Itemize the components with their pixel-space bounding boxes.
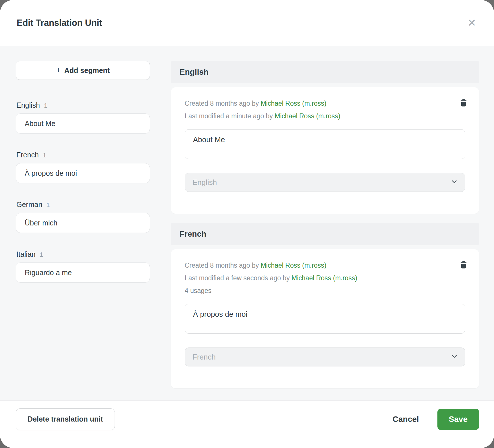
dialog-body: + Add segment English 1 About Me French … — [0, 46, 494, 400]
chevron-down-icon — [451, 178, 458, 187]
segment-language-label: Italian 1 — [16, 250, 150, 258]
segment-value-italian[interactable]: Riguardo a me — [16, 262, 150, 283]
segment-count: 1 — [43, 152, 46, 159]
language-select[interactable]: English — [185, 173, 465, 192]
segment-group-german: German 1 Über mich — [16, 200, 150, 233]
segment-card-english: Created 8 months ago by Michael Ross (m.… — [171, 87, 479, 214]
language-select[interactable]: French — [185, 347, 465, 366]
close-icon: ✕ — [468, 17, 476, 29]
segment-count: 1 — [44, 102, 47, 109]
language-name: German — [16, 200, 42, 209]
segment-value-english[interactable]: About Me — [16, 113, 150, 134]
modified-text: Last modified a few seconds ago by — [185, 274, 292, 282]
modified-user-link[interactable]: Michael Ross (m.ross) — [292, 274, 357, 282]
segment-language-label: French 1 — [16, 151, 150, 159]
cancel-button[interactable]: Cancel — [391, 414, 421, 424]
segment-text-input[interactable]: À propos de moi — [185, 304, 465, 334]
add-segment-label: Add segment — [64, 66, 110, 75]
segment-language-label: German 1 — [16, 200, 150, 209]
modified-user-link[interactable]: Michael Ross (m.ross) — [275, 112, 340, 120]
section-heading: French — [171, 223, 479, 245]
segment-count: 1 — [46, 201, 50, 209]
section-heading: English — [171, 61, 479, 83]
language-name: English — [16, 101, 40, 109]
usages-count: 4 usages — [185, 284, 465, 297]
delete-translation-unit-button[interactable]: Delete translation unit — [16, 408, 115, 430]
segment-count: 1 — [40, 251, 43, 258]
trash-icon — [459, 266, 468, 270]
segment-group-italian: Italian 1 Riguardo a me — [16, 250, 150, 283]
segment-section-english: English Created 8 months ago by Michael … — [171, 61, 479, 214]
trash-icon — [459, 104, 468, 108]
close-button[interactable]: ✕ — [466, 17, 477, 29]
modified-line: Last modified a minute ago by Michael Ro… — [185, 110, 465, 122]
delete-segment-button[interactable] — [458, 260, 469, 271]
created-text: Created 8 months ago by — [185, 262, 261, 269]
segment-value-german[interactable]: Über mich — [16, 213, 150, 233]
created-user-link[interactable]: Michael Ross (m.ross) — [261, 262, 327, 269]
created-line: Created 8 months ago by Michael Ross (m.… — [185, 259, 465, 272]
segment-group-english: English 1 About Me — [16, 101, 150, 134]
created-line: Created 8 months ago by Michael Ross (m.… — [185, 97, 465, 110]
modified-text: Last modified a minute ago by — [185, 112, 275, 120]
edit-translation-unit-dialog: Edit Translation Unit ✕ + Add segment En… — [0, 0, 494, 448]
page-title: Edit Translation Unit — [17, 18, 102, 28]
language-select-value: French — [192, 353, 216, 362]
created-text: Created 8 months ago by — [185, 100, 261, 107]
chevron-down-icon — [451, 353, 458, 362]
dialog-footer: Delete translation unit Cancel Save — [0, 400, 494, 448]
add-segment-button[interactable]: + Add segment — [16, 61, 150, 80]
language-name: French — [16, 151, 39, 159]
segment-group-french: French 1 À propos de moi — [16, 151, 150, 183]
segment-section-french: French Created 8 months ago by Michael R… — [171, 223, 479, 388]
delete-segment-button[interactable] — [458, 98, 469, 109]
created-user-link[interactable]: Michael Ross (m.ross) — [261, 100, 327, 107]
plus-icon: + — [56, 66, 61, 74]
modified-line: Last modified a few seconds ago by Micha… — [185, 272, 465, 284]
language-name: Italian — [16, 250, 36, 258]
segment-editors: English Created 8 months ago by Michael … — [171, 61, 479, 397]
save-button[interactable]: Save — [437, 409, 479, 430]
segment-value-french[interactable]: À propos de moi — [16, 163, 150, 183]
segment-text-input[interactable]: About Me — [185, 129, 465, 159]
dialog-header: Edit Translation Unit ✕ — [0, 0, 494, 46]
language-select-value: English — [192, 178, 217, 187]
segment-sidebar: + Add segment English 1 About Me French … — [16, 61, 150, 300]
segment-language-label: English 1 — [16, 101, 150, 109]
segment-card-french: Created 8 months ago by Michael Ross (m.… — [171, 249, 479, 388]
